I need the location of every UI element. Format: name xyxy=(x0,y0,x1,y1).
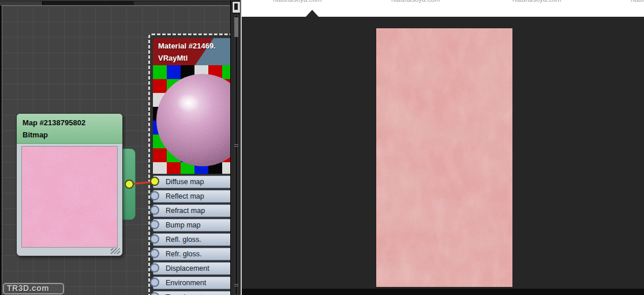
material-sample-sphere xyxy=(153,65,230,174)
pink-texture-thumbnail xyxy=(22,147,117,247)
tooltip-arrow-up-icon xyxy=(305,10,319,17)
vraymtl-title-block: Material #21469. VRayMtl xyxy=(158,40,216,64)
slot-label: Translucent xyxy=(153,292,230,295)
slot-environment[interactable]: Environment xyxy=(153,277,230,289)
panel-divider xyxy=(241,0,242,295)
slot-label: Environment xyxy=(153,277,230,289)
tr3d-watermark-badge: TR3D.com xyxy=(3,283,64,294)
slot-label: Bump map xyxy=(153,219,230,231)
node-resize-grip[interactable] xyxy=(111,248,120,254)
site-watermark-text: naturalsoya.com xyxy=(631,0,644,3)
scrollbar-mark xyxy=(234,144,238,147)
slot-displacement[interactable]: Displacement xyxy=(153,262,230,275)
scrollbar-button[interactable] xyxy=(232,1,241,13)
slot-label: Refl. gloss. xyxy=(153,234,230,245)
socket-environment[interactable] xyxy=(150,278,159,287)
slot-label: Refr. gloss. xyxy=(153,248,230,260)
site-watermark-text: naturalsoya.com xyxy=(391,0,440,3)
slate-material-editor: Map #2138795802 Bitmap xyxy=(0,0,241,295)
socket-reflect-map[interactable] xyxy=(150,191,159,200)
bitmap-node-title: Map #2138795802 xyxy=(23,117,117,129)
slot-label: Diffuse map xyxy=(153,176,230,188)
socket-bump-map[interactable] xyxy=(150,220,159,229)
slot-translucent[interactable]: Translucent xyxy=(153,291,230,295)
slot-refl-gloss[interactable]: Refl. gloss. xyxy=(153,233,230,246)
bitmap-node-header[interactable]: Map #2138795802 Bitmap xyxy=(17,114,122,144)
slot-reflect-map[interactable]: Reflect map xyxy=(153,190,230,203)
node-view-canvas[interactable]: Map #2138795802 Bitmap xyxy=(0,5,230,295)
slot-label: Reflect map xyxy=(153,191,230,202)
editor-scrollbar[interactable] xyxy=(230,0,241,295)
screenshot-root: Map #2138795802 Bitmap xyxy=(0,0,644,295)
site-watermark-text: naturalsoya.com xyxy=(512,0,561,3)
site-watermark-text: naturalsoya.com xyxy=(273,0,321,3)
socket-displacement[interactable] xyxy=(150,263,159,272)
socket-refract-map[interactable] xyxy=(150,206,159,215)
socket-refr-gloss[interactable] xyxy=(150,249,159,258)
bitmap-thumbnail[interactable] xyxy=(21,146,118,248)
socket-diffuse-map[interactable] xyxy=(150,177,159,186)
pink-plaster-texture-image xyxy=(376,28,512,287)
slot-label: Displacement xyxy=(153,263,230,274)
viewer-bottom-bar xyxy=(242,289,644,295)
bitmap-node-type: Bitmap xyxy=(23,129,117,141)
material-preview[interactable] xyxy=(153,65,230,174)
slot-bump-map[interactable]: Bump map xyxy=(153,219,230,231)
bitmap-node[interactable]: Map #2138795802 Bitmap xyxy=(16,113,123,256)
texture-viewer-panel: naturalsoya.com naturalsoya.com naturals… xyxy=(241,0,644,295)
slot-diffuse-map[interactable]: Diffuse map xyxy=(153,175,230,188)
slot-label: Refract map xyxy=(153,205,230,216)
bitmap-output-socket[interactable] xyxy=(125,180,134,189)
slot-refract-map[interactable]: Refract map xyxy=(153,204,230,217)
scrollbar-button-icon xyxy=(234,3,238,10)
slot-refr-gloss[interactable]: Refr. gloss. xyxy=(153,248,230,260)
material-node-type: VRayMtl xyxy=(158,52,216,64)
scrollbar-track[interactable] xyxy=(235,15,238,295)
scrollbar-thumb[interactable] xyxy=(234,17,238,37)
vraymtl-node-header[interactable]: Material #21469. VRayMtl xyxy=(153,38,230,65)
socket-refl-gloss[interactable] xyxy=(150,234,159,244)
editor-tabstrip xyxy=(0,0,230,5)
scrollbar-mark xyxy=(234,284,238,286)
vraymtl-node-selected[interactable]: Material #21469. VRayMtl xyxy=(148,33,230,295)
material-node-title: Material #21469. xyxy=(158,40,216,52)
